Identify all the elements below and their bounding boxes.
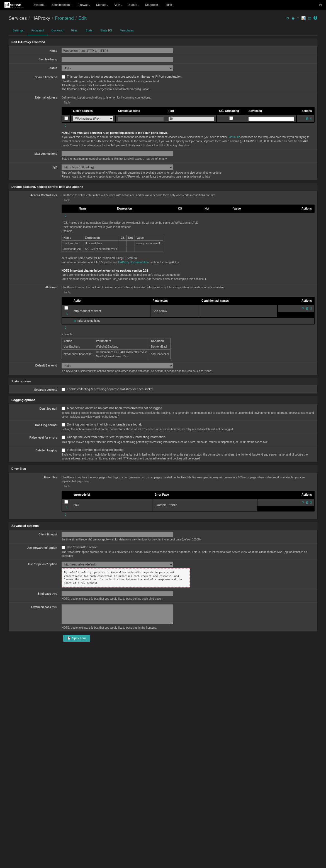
label-shared: Shared Frontend [11, 74, 61, 91]
actions-table: ActionParametersCondition acl namesActio… [61, 297, 315, 324]
ssl-checkbox[interactable] [229, 116, 233, 120]
copy-icon[interactable]: ⎘ [310, 306, 312, 311]
acl-table: NameExpressionCSNotValueActions [61, 205, 315, 213]
tab-files[interactable]: Files [67, 26, 82, 35]
lognull-checkbox[interactable] [61, 407, 65, 410]
panel-title-edit: Edit HAProxy Frontend [9, 38, 317, 46]
desc-input[interactable] [61, 57, 173, 62]
menu-vpn[interactable]: VPN [111, 1, 125, 9]
forwardfor-checkbox[interactable] [61, 546, 65, 549]
lognorm-checkbox[interactable] [61, 423, 65, 427]
add-row-icon[interactable]: ⤹ [61, 123, 69, 129]
edit-icon[interactable]: ✎ [302, 500, 305, 505]
label-max: Max connections [11, 151, 61, 161]
external-help1: Define what ip:port combinations to list… [61, 96, 315, 100]
external-note: NOTE: You must add a firewall rules perm… [61, 131, 315, 148]
menu-help[interactable]: Hilfe [163, 1, 176, 9]
tab-settings[interactable]: Settings [9, 26, 28, 35]
help-icon[interactable]: ? [314, 16, 317, 20]
custom-addr-input[interactable] [118, 117, 164, 121]
menu-status[interactable]: Status [126, 1, 141, 9]
tab-backend[interactable]: Backend [48, 26, 67, 35]
top-menu: System Schnittstellen Firewall Dienste V… [31, 1, 176, 9]
bc-frontend[interactable]: Frontend [55, 15, 74, 22]
label-typ: Typ [11, 164, 61, 179]
delete-icon[interactable]: 🗑 [306, 116, 309, 121]
bc-edit[interactable]: Edit [79, 15, 87, 22]
panel-title-logging: Logging options [9, 396, 317, 404]
graph-icon[interactable]: 📊 [301, 16, 306, 21]
menu-system[interactable]: System [31, 1, 48, 9]
detailed-checkbox[interactable] [61, 448, 65, 452]
adv-passthru-input[interactable] [61, 604, 173, 624]
raise-checkbox[interactable] [61, 436, 65, 439]
bind-passthru-input[interactable] [61, 591, 173, 596]
shared-text: This can be used to host a second or mor… [67, 74, 183, 79]
edition-label: COMMUNITY EDITION [4, 6, 24, 8]
menu-firewall[interactable]: Firewall [75, 1, 93, 9]
err-checkbox[interactable] [64, 500, 68, 504]
tab-statsfs[interactable]: Stats FS [97, 26, 116, 35]
delete-icon[interactable]: 🗑 [306, 306, 309, 311]
advanced-input[interactable] [248, 117, 294, 121]
external-table: Listen address Custom address Port SSL O… [61, 107, 315, 123]
tab-frontend[interactable]: Frontend [28, 26, 48, 35]
default-backend-select[interactable]: Kein [61, 363, 173, 368]
edit-icon[interactable]: ✎ [302, 306, 305, 311]
save-icon: 💾 [67, 637, 71, 640]
panel-title-advanced: Advanced settings [9, 522, 317, 530]
restart-icon[interactable]: ↻ [286, 16, 289, 21]
delete-icon[interactable]: 🗑 [306, 500, 309, 505]
listen-select[interactable]: WAN address (IPv4) [73, 116, 113, 121]
client-timeout-input[interactable] [61, 532, 173, 537]
menu-diagnose[interactable]: Diagnose [142, 1, 162, 9]
label-acl: Access Control lists [11, 193, 61, 281]
list-icon[interactable]: ≡ [297, 16, 299, 21]
table-label: Table [61, 100, 73, 106]
row-checkbox[interactable] [64, 116, 68, 120]
name-input[interactable] [61, 48, 173, 53]
tabs: Settings Frontend Backend Files Stats St… [9, 26, 317, 36]
port-input[interactable] [169, 117, 214, 121]
bc-haproxy[interactable]: HAProxy [31, 15, 50, 22]
action-checkbox[interactable] [64, 306, 68, 310]
status-select[interactable]: Aktiv [61, 65, 173, 71]
shared-help: Use this setting to configure multiple b… [61, 80, 315, 91]
max-help: Sets the maximum amount of connections t… [61, 157, 315, 161]
label-aktionen: Aktionen [11, 285, 61, 359]
menu-services[interactable]: Dienste [93, 1, 111, 9]
save-button[interactable]: 💾Speichern [63, 635, 90, 642]
httpclose-note: By default HAProxy operates in keep-aliv… [61, 568, 190, 587]
panel-title-error: Error files [9, 465, 317, 472]
panel-title-backend: Default backend, access control lists an… [9, 183, 317, 191]
bc-services[interactable]: Services [9, 15, 27, 22]
typ-help: This defines the processing type of HAPr… [61, 171, 315, 179]
stop-icon[interactable]: ◉ [292, 16, 295, 21]
httpclose-select[interactable]: http-keep-alive (default) [61, 562, 173, 567]
tab-stats[interactable]: Stats [82, 26, 97, 35]
rule-icon: ⊞ [74, 319, 76, 322]
error-table: errorcode(s)Error PageActions ⤹ 503 Exam… [61, 491, 315, 512]
label-default-backend: Default Backend [11, 363, 61, 373]
label-status: Status [11, 65, 61, 71]
typ-select[interactable]: http / https(offloading) [61, 164, 173, 170]
add-error-icon[interactable]: ⤹ [61, 512, 69, 518]
add-action-icon[interactable]: ⤹ [61, 324, 69, 331]
acl-help1: Use these to define criteria that will b… [61, 193, 315, 197]
copy-icon[interactable]: ⎘ [310, 116, 312, 121]
sep-checkbox[interactable] [61, 388, 65, 391]
panel-title-stats: Stats options [9, 378, 317, 385]
log-icon[interactable]: ▤ [308, 16, 311, 21]
label-external: External address [11, 95, 61, 148]
add-acl-icon[interactable]: ⤹ [61, 213, 69, 219]
label-name: Name [11, 48, 61, 53]
tab-templates[interactable]: Templates [116, 26, 138, 35]
shared-checkbox[interactable] [61, 75, 65, 79]
copy-icon[interactable]: ⎘ [310, 500, 312, 505]
menu-interfaces[interactable]: Schnittstellen [49, 1, 74, 9]
breadcrumb: Services / HAProxy / Frontend / Edit ↻ ◉… [9, 12, 317, 25]
label-desc: Beschreibung [11, 57, 61, 62]
logout-icon[interactable]: ⎋ [319, 2, 322, 8]
max-input[interactable] [61, 151, 173, 156]
